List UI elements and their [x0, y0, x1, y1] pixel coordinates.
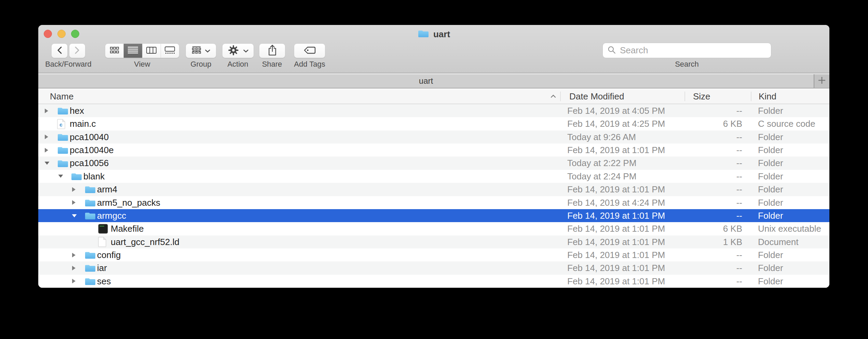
disclosure-expanded-icon[interactable] — [44, 157, 52, 170]
size-cell: -- — [674, 131, 742, 144]
size-cell: -- — [674, 104, 742, 117]
gear-icon — [228, 44, 239, 57]
disclosure-collapsed-icon[interactable] — [72, 183, 79, 196]
view-label: View — [134, 60, 150, 69]
share-button[interactable] — [259, 43, 285, 58]
disclosure-expanded-icon[interactable] — [72, 209, 79, 222]
icon-view-icon — [110, 47, 119, 55]
action-button[interactable] — [222, 43, 254, 58]
column-header-size[interactable]: Size — [693, 89, 710, 104]
folder-icon — [84, 248, 97, 261]
title-bar: uart — [38, 28, 829, 40]
file-row[interactable]: hexFeb 14, 2019 at 4:05 PM--Folder — [38, 104, 829, 117]
unix-executable-icon — [98, 222, 110, 235]
file-row[interactable]: pca10056Today at 2:22 PM--Folder — [38, 157, 829, 170]
list-view-button[interactable] — [124, 44, 142, 58]
size-cell: -- — [674, 144, 742, 157]
gallery-view-button[interactable] — [161, 44, 179, 58]
search-field[interactable] — [602, 43, 771, 58]
chevron-down-icon — [243, 48, 248, 54]
file-row[interactable]: uart_gcc_nrf52.ldFeb 14, 2019 at 1:01 PM… — [38, 235, 829, 248]
file-row[interactable]: pca10040Today at 9:26 AM--Folder — [38, 131, 829, 144]
kind-cell: Folder — [758, 144, 783, 157]
kind-cell: Folder — [758, 248, 783, 261]
search-input[interactable] — [619, 45, 766, 56]
file-name: arm4 — [97, 183, 117, 196]
file-row[interactable]: armgccFeb 14, 2019 at 1:01 PM--Folder — [38, 209, 829, 222]
back-icon — [57, 46, 62, 55]
tab-uart[interactable]: uart — [38, 74, 814, 88]
date-modified-cell: Today at 9:26 AM — [567, 131, 636, 144]
kind-cell: Folder — [758, 261, 783, 274]
kind-cell: Folder — [758, 157, 783, 170]
folder-icon — [84, 275, 97, 288]
file-row[interactable]: blankToday at 2:24 PM--Folder — [38, 170, 829, 183]
gallery-view-icon — [165, 46, 175, 55]
folder-icon — [84, 261, 97, 274]
kind-cell: Unix executable — [758, 222, 821, 235]
file-row[interactable]: cmain.cFeb 14, 2019 at 4:25 PM6 KBC sour… — [38, 117, 829, 130]
forward-button[interactable] — [69, 43, 85, 58]
kind-cell: Folder — [758, 183, 783, 196]
folder-icon — [57, 104, 69, 117]
chevron-down-icon — [205, 48, 210, 54]
c-source-icon: c — [57, 117, 69, 130]
new-tab-button[interactable] — [814, 74, 829, 88]
action-label: Action — [227, 60, 248, 69]
view-segmented-control — [105, 43, 179, 58]
folder-icon — [57, 144, 69, 157]
date-modified-cell: Feb 14, 2019 at 1:01 PM — [567, 261, 665, 274]
file-row[interactable]: MakefileFeb 14, 2019 at 1:01 PM6 KBUnix … — [38, 222, 829, 235]
file-row[interactable]: arm5_no_packsFeb 14, 2019 at 4:24 PM--Fo… — [38, 196, 829, 209]
size-cell: -- — [674, 196, 742, 209]
date-modified-cell: Feb 14, 2019 at 1:01 PM — [567, 183, 665, 196]
size-cell: -- — [674, 248, 742, 261]
file-row[interactable]: arm4Feb 14, 2019 at 1:01 PM--Folder — [38, 183, 829, 196]
add-tags-button[interactable] — [294, 43, 325, 58]
disclosure-expanded-icon[interactable] — [58, 170, 66, 183]
forward-icon — [75, 46, 80, 55]
file-name: armgcc — [97, 209, 126, 222]
size-cell: -- — [674, 157, 742, 170]
back-button[interactable] — [51, 43, 68, 58]
file-row[interactable]: configFeb 14, 2019 at 1:01 PM--Folder — [38, 248, 829, 261]
share-label: Share — [262, 60, 282, 69]
column-divider[interactable] — [684, 92, 685, 101]
folder-icon — [84, 183, 97, 196]
column-divider[interactable] — [560, 92, 561, 101]
kind-cell: Folder — [758, 196, 783, 209]
size-cell: -- — [674, 209, 742, 222]
icon-view-button[interactable] — [105, 44, 124, 58]
disclosure-collapsed-icon[interactable] — [72, 248, 79, 261]
kind-cell: Folder — [758, 170, 783, 183]
plus-icon — [818, 77, 826, 85]
file-name: arm5_no_packs — [97, 196, 160, 209]
date-modified-cell: Feb 14, 2019 at 1:01 PM — [567, 144, 665, 157]
date-modified-cell: Feb 14, 2019 at 1:01 PM — [567, 248, 665, 261]
file-row[interactable]: sesFeb 14, 2019 at 1:01 PM--Folder — [38, 275, 829, 288]
date-modified-cell: Feb 14, 2019 at 1:01 PM — [567, 209, 665, 222]
svg-text:c: c — [59, 121, 62, 127]
column-header-name[interactable]: Name — [50, 89, 73, 104]
column-header-kind[interactable]: Kind — [759, 89, 776, 104]
list-view-icon — [128, 46, 138, 55]
column-divider[interactable] — [751, 92, 751, 101]
disclosure-collapsed-icon[interactable] — [44, 104, 52, 117]
finder-window: uart Back/Forward — [38, 25, 829, 288]
size-cell: 6 KB — [674, 222, 742, 235]
disclosure-collapsed-icon[interactable] — [72, 261, 79, 274]
file-row[interactable]: iarFeb 14, 2019 at 1:01 PM--Folder — [38, 261, 829, 274]
disclosure-collapsed-icon[interactable] — [72, 196, 79, 209]
disclosure-collapsed-icon[interactable] — [72, 275, 79, 288]
group-button[interactable] — [186, 43, 216, 58]
kind-cell: Folder — [758, 104, 783, 117]
column-header-date-modified[interactable]: Date Modified — [569, 89, 624, 104]
disclosure-collapsed-icon[interactable] — [44, 144, 52, 157]
file-name: blank — [83, 170, 105, 183]
file-row[interactable]: pca10040eFeb 14, 2019 at 1:01 PM--Folder — [38, 144, 829, 157]
column-view-button[interactable] — [143, 44, 161, 58]
kind-cell: Folder — [758, 275, 783, 288]
disclosure-collapsed-icon[interactable] — [44, 131, 52, 144]
kind-cell: Document — [758, 235, 799, 248]
sort-ascending-icon — [550, 89, 556, 104]
